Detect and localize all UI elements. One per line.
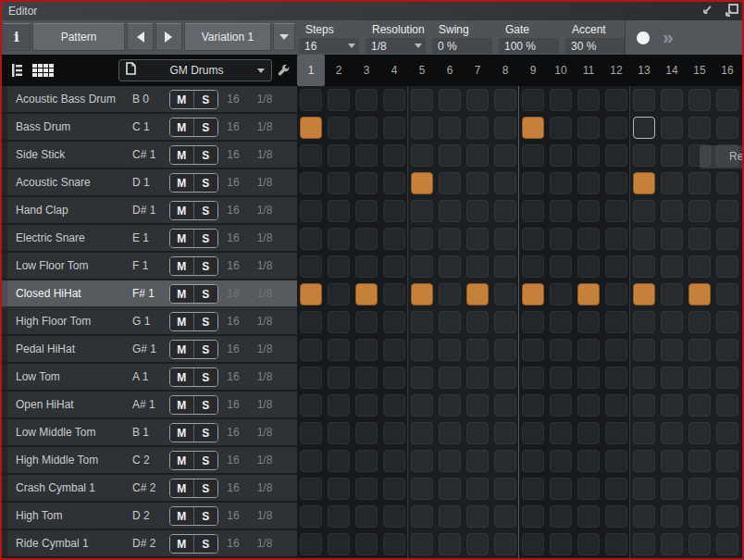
step-cell[interactable] [716, 422, 738, 444]
lane-grip[interactable] [2, 336, 7, 362]
step-cell[interactable] [328, 478, 350, 500]
step-cell[interactable] [550, 533, 572, 555]
step-cell[interactable] [328, 255, 350, 278]
solo-button[interactable]: S [194, 174, 218, 192]
step-cell[interactable] [383, 255, 405, 278]
step-cell[interactable] [661, 311, 683, 333]
solo-button[interactable]: S [194, 341, 218, 358]
pointer-arrow-icon[interactable] [701, 5, 713, 17]
step-cell[interactable] [522, 172, 544, 194]
step-cell[interactable] [661, 172, 683, 194]
step-cell[interactable] [522, 200, 544, 222]
solo-button[interactable]: S [194, 285, 218, 303]
step-cell[interactable] [688, 367, 711, 389]
step-cell[interactable] [550, 117, 572, 139]
lane-steps-value[interactable]: 16 [220, 481, 246, 494]
step-cell[interactable] [383, 367, 405, 389]
mute-button[interactable]: M [170, 313, 194, 330]
step-cell[interactable] [661, 450, 683, 472]
solo-button[interactable]: S [194, 535, 218, 553]
step-cell[interactable] [300, 394, 322, 417]
lane-header[interactable]: Low Floor Tom F 1 MS 16 1/8 [2, 253, 297, 280]
step-cell[interactable] [383, 89, 405, 111]
step-cell[interactable] [577, 172, 600, 194]
step-cell[interactable] [328, 505, 350, 528]
open-in-window-icon[interactable] [725, 4, 738, 17]
step-cell[interactable] [661, 505, 683, 528]
step-cell[interactable] [494, 228, 516, 250]
step-cell[interactable] [661, 478, 683, 500]
lane-resolution-value[interactable]: 1/8 [248, 176, 281, 189]
step-cell[interactable] [688, 311, 711, 333]
lane-steps-value[interactable]: 16 [220, 287, 246, 300]
step-cell[interactable] [328, 367, 350, 389]
mute-button[interactable]: M [170, 174, 194, 192]
step-cell[interactable] [466, 422, 489, 444]
step-cell[interactable] [328, 339, 350, 361]
step-cell[interactable] [550, 200, 572, 222]
solo-button[interactable]: S [194, 313, 218, 330]
step-cell[interactable] [605, 283, 627, 305]
step-cell[interactable] [355, 394, 378, 417]
step-cell[interactable] [550, 505, 572, 528]
step-cell[interactable] [605, 339, 627, 361]
step-cell[interactable] [466, 478, 489, 500]
lane-grip[interactable] [2, 86, 7, 112]
step-cell[interactable] [411, 200, 433, 222]
step-cell[interactable] [328, 450, 350, 472]
step-cell[interactable] [494, 283, 516, 305]
step-cell[interactable] [661, 339, 683, 361]
step-cell[interactable] [577, 505, 600, 528]
step-cell[interactable] [355, 228, 378, 250]
step-cell[interactable] [633, 172, 655, 194]
step-cell[interactable] [439, 311, 461, 333]
step-cell[interactable] [716, 255, 738, 278]
step-cell[interactable] [550, 394, 572, 417]
step-cell[interactable] [577, 394, 600, 417]
solo-button[interactable]: S [194, 452, 218, 469]
step-cell[interactable] [411, 533, 433, 555]
step-cell[interactable] [633, 283, 655, 305]
step-cell[interactable] [300, 255, 322, 278]
step-cell[interactable] [411, 394, 433, 417]
lane-header[interactable]: High Floor Tom G 1 MS 16 1/8 [2, 308, 297, 336]
step-header-5[interactable]: 5 [408, 55, 436, 86]
step-cell[interactable] [439, 450, 461, 472]
step-header-14[interactable]: 14 [658, 55, 686, 86]
step-cell[interactable] [633, 339, 655, 361]
lane-grip[interactable] [2, 503, 7, 529]
lane-resolution-value[interactable]: 1/8 [248, 315, 281, 328]
step-cell[interactable] [716, 394, 738, 417]
step-cell[interactable] [633, 228, 655, 250]
step-cell[interactable] [605, 450, 627, 472]
step-cell[interactable] [522, 117, 544, 139]
step-cell[interactable] [466, 89, 489, 111]
step-cell[interactable] [355, 311, 378, 333]
expand-chevrons-button[interactable]: » [663, 27, 674, 49]
mute-button[interactable]: M [170, 396, 194, 414]
lane-resolution-value[interactable]: 1/8 [248, 398, 281, 411]
step-cell[interactable] [411, 255, 433, 278]
step-cell[interactable] [300, 200, 322, 222]
step-cell[interactable] [633, 505, 655, 528]
step-cell[interactable] [383, 144, 405, 167]
step-cell[interactable] [383, 311, 405, 333]
step-cell[interactable] [466, 255, 489, 278]
lane-resolution-value[interactable]: 1/8 [248, 509, 281, 522]
mute-button[interactable]: M [170, 118, 194, 136]
step-cell[interactable] [605, 228, 627, 250]
step-cell[interactable] [688, 422, 711, 444]
lane-steps-value[interactable]: 16 [220, 398, 246, 411]
step-cell[interactable] [605, 144, 627, 167]
step-cell[interactable] [383, 283, 405, 305]
step-cell[interactable] [383, 172, 405, 194]
step-cell[interactable] [522, 255, 544, 278]
step-cell[interactable] [633, 394, 655, 417]
step-cell[interactable] [550, 450, 572, 472]
mute-button[interactable]: M [170, 368, 194, 386]
lane-header[interactable]: Ride Cymbal 1 D# 2 MS 16 1/8 [2, 530, 297, 558]
step-cell[interactable] [439, 283, 461, 305]
step-cell[interactable] [688, 339, 711, 361]
step-header-15[interactable]: 15 [686, 55, 713, 86]
step-cell[interactable] [355, 144, 378, 167]
